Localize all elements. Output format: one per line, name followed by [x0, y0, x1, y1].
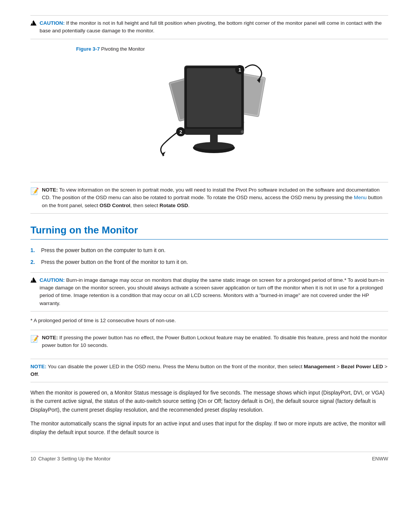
svg-text:2: 2 [179, 129, 182, 135]
note-body-1c: , then select [131, 203, 160, 208]
note-body-3b: > [335, 364, 341, 369]
figure-caption: Figure 3-7 Pivoting the Monitor [76, 45, 388, 53]
note-block-3: NOTE: You can disable the power LED in t… [30, 359, 388, 383]
step-item-1: 1. Press the power button on the compute… [30, 246, 388, 254]
note-label-3: NOTE: [30, 364, 46, 369]
caution-text-1: CAUTION: If the monitor is not in full h… [40, 19, 388, 35]
note-text-1: NOTE: To view information on the screen … [42, 186, 388, 209]
warning-triangle-icon-2 [30, 277, 37, 283]
caution-body-2: Burn-in image damage may occur on monito… [40, 277, 384, 306]
note-bold-3c: Off [30, 371, 38, 377]
svg-point-14 [194, 142, 234, 150]
monitor-illustration: 1 2 [148, 56, 270, 174]
note-bold-3b: Bezel Power LED [341, 364, 383, 369]
step-num-2: 2. [30, 258, 37, 266]
warning-triangle-icon [30, 20, 37, 26]
caution-label-2: CAUTION: [40, 277, 65, 283]
body-paragraph-1: When the monitor is powered on, a Monito… [30, 388, 388, 414]
note-label-2: NOTE: [42, 335, 58, 340]
monitor-svg: 1 2 [148, 56, 270, 174]
svg-rect-9 [187, 68, 241, 127]
caution-text-2: CAUTION: Burn-in image damage may occur … [40, 276, 388, 307]
note-body-3a: You can disable the power LED in the OSD… [48, 364, 304, 369]
note-label-1: NOTE: [42, 187, 58, 193]
note-body-3c: > [383, 364, 387, 369]
step-text-1: Press the power button on the computer t… [41, 246, 166, 254]
note-body-3d: . [38, 371, 40, 377]
svg-rect-10 [185, 129, 244, 134]
footer-page-number: 10 [30, 455, 36, 463]
caution-block-2: CAUTION: Burn-in image damage may occur … [30, 272, 388, 312]
page-footer: 10 Chapter 3 Setting Up the Monitor ENWW [30, 452, 388, 463]
caution-block-1: CAUTION: If the monitor is not in full h… [30, 15, 388, 39]
footer-right: ENWW [372, 455, 388, 463]
section-heading-turning-on: Turning on the Monitor [30, 223, 388, 240]
note-bold-1: OSD Control [100, 203, 131, 208]
step-item-2: 2. Press the power button on the front o… [30, 258, 388, 266]
note-text-2: NOTE: If pressing the power button has n… [42, 334, 388, 350]
note-block-2: 📝 NOTE: If pressing the power button has… [30, 330, 388, 353]
figure-caption-text: Pivoting the Monitor [101, 46, 145, 52]
note-body-2: If pressing the power button has no effe… [42, 335, 387, 348]
small-note-text: * A prolonged period of time is 12 conse… [30, 317, 388, 324]
menu-link[interactable]: Menu [354, 195, 367, 200]
note-block-1: 📝 NOTE: To view information on the scree… [30, 182, 388, 214]
note-pencil-icon-2: 📝 [30, 334, 39, 344]
steps-list: 1. Press the power button on the compute… [30, 246, 388, 266]
step-num-1: 1. [30, 246, 37, 254]
footer-chapter: Chapter 3 Setting Up the Monitor [38, 455, 110, 463]
note-bold-2: Rotate OSD [159, 203, 188, 208]
note-body-1a: To view information on the screen in por… [42, 187, 379, 200]
body-paragraph-2: The monitor automatically scans the sign… [30, 419, 388, 436]
caution-body-1: If the monitor is not in full height and… [40, 20, 382, 34]
figure-label: Figure 3-7 [76, 46, 100, 52]
step-text-2: Press the power button on the front of t… [41, 258, 188, 266]
footer-left: 10 Chapter 3 Setting Up the Monitor [30, 455, 111, 463]
note-body-1d: . [188, 203, 190, 208]
svg-text:1: 1 [238, 67, 241, 73]
figure-area: 1 2 [30, 56, 388, 174]
note-text-3: NOTE: You can disable the power LED in t… [30, 363, 388, 379]
note-pencil-icon: 📝 [30, 186, 39, 197]
arrow-2: 2 [161, 127, 186, 157]
note-bold-3a: Management [304, 364, 335, 369]
svg-point-11 [241, 130, 244, 133]
caution-label-1: CAUTION: [40, 20, 65, 26]
